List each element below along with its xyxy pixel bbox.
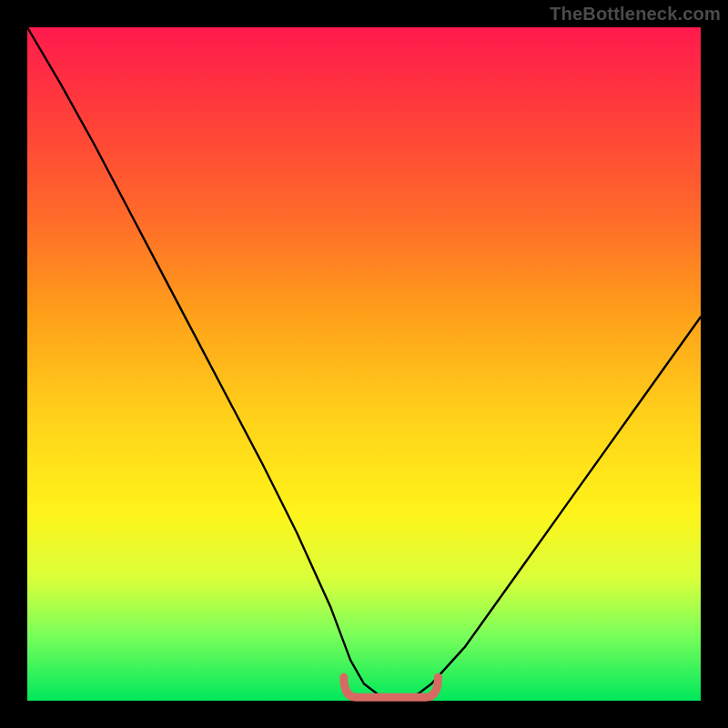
chart-svg [27, 27, 701, 701]
watermark-text: TheBottleneck.com [550, 4, 721, 25]
bottleneck-curve [27, 27, 701, 697]
chart-plot-area [27, 27, 701, 701]
trough-marker [344, 677, 439, 697]
chart-frame: TheBottleneck.com [0, 0, 728, 728]
